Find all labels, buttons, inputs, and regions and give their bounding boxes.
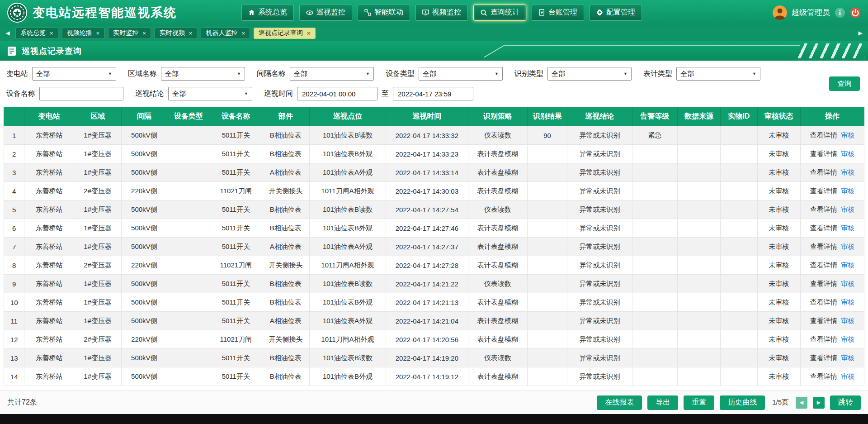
audit-link[interactable]: 审核 bbox=[841, 317, 854, 324]
cell-bay: 500kV侧 bbox=[122, 312, 167, 330]
conclusion-select[interactable]: 全部 ▼ bbox=[168, 87, 252, 100]
cell-conclusion: 异常或未识别 bbox=[567, 256, 632, 275]
cell-time: 2022-04-17 14:27:37 bbox=[386, 238, 468, 256]
view-detail-link[interactable]: 查看详情 bbox=[810, 150, 837, 157]
view-detail-link[interactable]: 查看详情 bbox=[810, 298, 837, 306]
view-detail-link[interactable]: 查看详情 bbox=[810, 317, 837, 324]
cell-strategy: 仪表读数 bbox=[468, 349, 527, 367]
nav-inspection-monitor[interactable]: 巡视监控 bbox=[299, 5, 352, 21]
tab-4[interactable]: 机器人监控× bbox=[201, 28, 250, 39]
audit-link[interactable]: 审核 bbox=[841, 224, 854, 232]
view-detail-link[interactable]: 查看详情 bbox=[810, 261, 837, 269]
tab-2[interactable]: 实时监控× bbox=[108, 28, 151, 39]
nav-video-monitor[interactable]: 视频监控 bbox=[415, 5, 468, 21]
table-row: 10东善桥站1#变压器500kV侧5011开关B相油位表101油位表B外观202… bbox=[4, 293, 864, 312]
tab-0[interactable]: 系统总览× bbox=[15, 28, 58, 39]
tab-3[interactable]: 实时视频× bbox=[155, 28, 198, 39]
view-detail-link[interactable]: 查看详情 bbox=[810, 335, 837, 343]
col-header-part: 部件 bbox=[262, 107, 309, 126]
cell-point: 101油位表B读数 bbox=[309, 275, 386, 293]
audit-link[interactable]: 审核 bbox=[841, 187, 854, 195]
audit-link[interactable]: 审核 bbox=[841, 354, 854, 362]
nav-query-statistics[interactable]: 查询统计 bbox=[473, 5, 526, 21]
tab-scroll-left-icon[interactable]: ◀ bbox=[4, 30, 12, 36]
view-detail-link[interactable]: 查看详情 bbox=[810, 187, 837, 195]
view-detail-link[interactable]: 查看详情 bbox=[810, 168, 837, 176]
power-icon[interactable] bbox=[850, 7, 861, 18]
filter-select-5[interactable]: 全部▼ bbox=[676, 67, 760, 81]
time-to-input[interactable]: 2022-04-17 23:59 bbox=[393, 87, 473, 100]
view-detail-link[interactable]: 查看详情 bbox=[810, 224, 837, 232]
view-detail-link[interactable]: 查看详情 bbox=[810, 243, 837, 250]
cell-conclusion: 异常或未识别 bbox=[567, 349, 632, 367]
audit-link[interactable]: 审核 bbox=[841, 168, 854, 176]
cell-source bbox=[677, 275, 721, 293]
audit-link[interactable]: 审核 bbox=[841, 150, 854, 157]
tab-close-icon[interactable]: × bbox=[241, 30, 245, 36]
cell-point: 101油位表B外观 bbox=[309, 219, 386, 238]
cell-actions: 查看详情审核 bbox=[801, 163, 864, 182]
cell-strategy: 表计表盘模糊 bbox=[468, 293, 527, 312]
nav-smart-linkage[interactable]: 智能联动 bbox=[358, 5, 410, 21]
nav-ledger-management[interactable]: 台账管理 bbox=[532, 5, 584, 21]
export-button[interactable]: 导出 bbox=[647, 395, 678, 410]
filter-select-0[interactable]: 全部▼ bbox=[32, 67, 116, 81]
tab-close-icon[interactable]: × bbox=[307, 30, 311, 36]
view-detail-link[interactable]: 查看详情 bbox=[810, 280, 837, 287]
filter-select-1[interactable]: 全部▼ bbox=[161, 67, 245, 81]
tab-close-icon[interactable]: × bbox=[142, 30, 146, 36]
view-detail-link[interactable]: 查看详情 bbox=[810, 131, 837, 139]
cell-asset_id bbox=[721, 200, 757, 219]
history-curve-button[interactable]: 历史曲线 bbox=[720, 395, 765, 410]
online-report-button[interactable]: 在线报表 bbox=[597, 395, 642, 410]
tab-close-icon[interactable]: × bbox=[189, 30, 193, 36]
audit-link[interactable]: 审核 bbox=[841, 280, 854, 287]
audit-link[interactable]: 审核 bbox=[841, 372, 854, 380]
cell-time: 2022-04-17 14:27:46 bbox=[386, 219, 468, 238]
filter-select-2[interactable]: 全部▼ bbox=[290, 67, 374, 81]
reset-button[interactable]: 重置 bbox=[684, 395, 714, 410]
audit-link[interactable]: 审核 bbox=[841, 335, 854, 343]
audit-link[interactable]: 审核 bbox=[841, 205, 854, 213]
cell-part: B相油位表 bbox=[262, 293, 309, 312]
cell-source bbox=[677, 312, 721, 330]
prev-page-icon[interactable]: ◀ bbox=[796, 397, 807, 409]
cell-area: 2#变压器 bbox=[74, 330, 122, 349]
audit-link[interactable]: 审核 bbox=[841, 131, 854, 139]
view-detail-link[interactable]: 查看详情 bbox=[810, 354, 837, 362]
audit-link[interactable]: 审核 bbox=[841, 261, 854, 269]
col-header-source: 数据来源 bbox=[677, 107, 721, 126]
cell-alarm bbox=[632, 163, 677, 182]
nav-system-overview[interactable]: 系统总览 bbox=[241, 5, 294, 21]
tab-scroll-right-icon[interactable]: ▶ bbox=[856, 30, 864, 36]
avatar[interactable] bbox=[773, 5, 787, 20]
tab-close-icon[interactable]: × bbox=[96, 30, 100, 36]
query-button[interactable]: 查询 bbox=[829, 76, 860, 91]
tab-1[interactable]: 视频轮播× bbox=[62, 28, 105, 39]
footer-actions: 在线报表导出重置历史曲线 1/5页 ◀ ▶ 跳转 bbox=[597, 395, 861, 410]
nav-label: 台账管理 bbox=[548, 8, 577, 17]
cell-strategy: 表计表盘模糊 bbox=[468, 256, 527, 275]
audit-link[interactable]: 审核 bbox=[841, 243, 854, 250]
audit-link[interactable]: 审核 bbox=[841, 298, 854, 306]
filter-select-4[interactable]: 全部▼ bbox=[547, 67, 632, 81]
time-from-input[interactable]: 2022-04-01 00:00 bbox=[297, 87, 377, 100]
device-name-input[interactable] bbox=[39, 87, 123, 100]
cell-alarm bbox=[632, 312, 677, 330]
cell-device_type bbox=[167, 145, 210, 163]
tab-close-icon[interactable]: × bbox=[50, 30, 53, 36]
tab-5[interactable]: 巡视点记录查询× bbox=[254, 28, 316, 39]
chevron-down-icon: ▼ bbox=[366, 71, 370, 76]
cell-conclusion: 异常或未识别 bbox=[567, 145, 632, 163]
view-detail-link[interactable]: 查看详情 bbox=[810, 372, 837, 380]
cell-bay: 500kV侧 bbox=[122, 275, 167, 293]
next-page-icon[interactable]: ▶ bbox=[813, 397, 825, 409]
info-icon[interactable] bbox=[835, 7, 845, 18]
cell-conclusion: 异常或未识别 bbox=[567, 330, 632, 349]
cell-no: 13 bbox=[4, 349, 24, 367]
jump-button[interactable]: 跳转 bbox=[830, 395, 861, 410]
filter-group-4: 识别类型全部▼ bbox=[514, 67, 632, 81]
nav-config-management[interactable]: 配置管理 bbox=[590, 5, 642, 21]
filter-select-3[interactable]: 全部▼ bbox=[419, 67, 503, 81]
view-detail-link[interactable]: 查看详情 bbox=[810, 205, 837, 213]
